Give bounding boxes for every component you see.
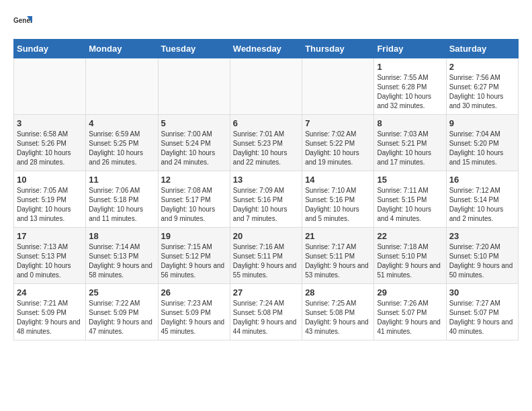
week-row-2: 3Sunrise: 6:58 AM Sunset: 5:26 PM Daylig… [14, 115, 519, 171]
day-number: 29 [377, 287, 443, 298]
day-info: Sunrise: 7:05 AM Sunset: 5:19 PM Dayligh… [17, 186, 83, 224]
day-info: Sunrise: 7:27 AM Sunset: 5:07 PM Dayligh… [449, 299, 515, 336]
calendar-cell: 30Sunrise: 7:27 AM Sunset: 5:07 PM Dayli… [446, 284, 518, 340]
day-number: 5 [161, 118, 227, 128]
day-number: 11 [89, 175, 154, 185]
calendar-table: SundayMondayTuesdayWednesdayThursdayFrid… [13, 39, 519, 340]
weekday-header-sunday: Sunday [14, 40, 86, 58]
calendar-cell: 26Sunrise: 7:23 AM Sunset: 5:09 PM Dayli… [158, 284, 230, 340]
day-number: 30 [449, 287, 515, 298]
day-number: 17 [17, 231, 83, 241]
day-number: 6 [233, 118, 299, 128]
calendar-cell: 10Sunrise: 7:05 AM Sunset: 5:19 PM Dayli… [14, 171, 86, 228]
day-info: Sunrise: 7:20 AM Sunset: 5:10 PM Dayligh… [449, 242, 515, 280]
calendar-cell: 14Sunrise: 7:10 AM Sunset: 5:16 PM Dayli… [302, 171, 374, 228]
day-info: Sunrise: 7:17 AM Sunset: 5:11 PM Dayligh… [305, 242, 371, 280]
day-info: Sunrise: 7:01 AM Sunset: 5:23 PM Dayligh… [233, 130, 299, 167]
day-number: 2 [449, 62, 515, 72]
calendar-cell: 15Sunrise: 7:11 AM Sunset: 5:15 PM Dayli… [374, 171, 446, 228]
day-number: 13 [233, 175, 299, 185]
day-info: Sunrise: 6:58 AM Sunset: 5:26 PM Dayligh… [17, 130, 83, 167]
calendar-cell: 23Sunrise: 7:20 AM Sunset: 5:10 PM Dayli… [446, 228, 518, 284]
calendar-cell: 27Sunrise: 7:24 AM Sunset: 5:08 PM Dayli… [230, 284, 302, 340]
day-info: Sunrise: 7:12 AM Sunset: 5:14 PM Dayligh… [449, 186, 515, 224]
logo: General [13, 13, 35, 32]
day-number: 23 [449, 231, 515, 241]
week-row-3: 10Sunrise: 7:05 AM Sunset: 5:19 PM Dayli… [14, 171, 519, 228]
calendar-cell: 5Sunrise: 7:00 AM Sunset: 5:24 PM Daylig… [158, 115, 230, 171]
day-info: Sunrise: 7:02 AM Sunset: 5:22 PM Dayligh… [305, 130, 371, 167]
day-number: 19 [161, 231, 227, 241]
weekday-header-wednesday: Wednesday [230, 40, 302, 58]
calendar-cell: 2Sunrise: 7:56 AM Sunset: 6:27 PM Daylig… [446, 58, 518, 115]
calendar-cell: 20Sunrise: 7:16 AM Sunset: 5:11 PM Dayli… [230, 228, 302, 284]
day-number: 1 [377, 62, 443, 72]
day-number: 26 [161, 287, 227, 298]
day-info: Sunrise: 7:26 AM Sunset: 5:07 PM Dayligh… [377, 299, 443, 336]
day-number: 14 [305, 175, 371, 185]
day-number: 27 [233, 287, 299, 298]
calendar-cell: 29Sunrise: 7:26 AM Sunset: 5:07 PM Dayli… [374, 284, 446, 340]
calendar-cell: 28Sunrise: 7:25 AM Sunset: 5:08 PM Dayli… [302, 284, 374, 340]
day-info: Sunrise: 7:13 AM Sunset: 5:13 PM Dayligh… [17, 242, 83, 280]
calendar-cell: 9Sunrise: 7:04 AM Sunset: 5:20 PM Daylig… [446, 115, 518, 171]
day-number: 3 [17, 118, 83, 128]
calendar-cell: 16Sunrise: 7:12 AM Sunset: 5:14 PM Dayli… [446, 171, 518, 228]
day-number: 22 [377, 231, 443, 241]
day-info: Sunrise: 7:21 AM Sunset: 5:09 PM Dayligh… [17, 299, 83, 336]
calendar-cell: 8Sunrise: 7:03 AM Sunset: 5:21 PM Daylig… [374, 115, 446, 171]
day-info: Sunrise: 7:00 AM Sunset: 5:24 PM Dayligh… [161, 130, 227, 167]
weekday-header-saturday: Saturday [446, 40, 518, 58]
day-info: Sunrise: 7:06 AM Sunset: 5:18 PM Dayligh… [89, 186, 154, 224]
day-info: Sunrise: 7:11 AM Sunset: 5:15 PM Dayligh… [377, 186, 443, 224]
week-row-4: 17Sunrise: 7:13 AM Sunset: 5:13 PM Dayli… [14, 228, 519, 284]
page-header: General [13, 13, 519, 32]
calendar-cell: 1Sunrise: 7:55 AM Sunset: 6:28 PM Daylig… [374, 58, 446, 115]
calendar-cell: 18Sunrise: 7:14 AM Sunset: 5:13 PM Dayli… [86, 228, 158, 284]
day-number: 20 [233, 231, 299, 241]
day-info: Sunrise: 7:16 AM Sunset: 5:11 PM Dayligh… [233, 242, 299, 280]
calendar-cell [14, 58, 86, 115]
calendar-cell: 25Sunrise: 7:22 AM Sunset: 5:09 PM Dayli… [86, 284, 158, 340]
day-info: Sunrise: 7:14 AM Sunset: 5:13 PM Dayligh… [89, 242, 154, 280]
day-number: 7 [305, 118, 371, 128]
day-info: Sunrise: 7:24 AM Sunset: 5:08 PM Dayligh… [233, 299, 299, 336]
weekday-header-monday: Monday [86, 40, 158, 58]
calendar-cell: 17Sunrise: 7:13 AM Sunset: 5:13 PM Dayli… [14, 228, 86, 284]
day-number: 25 [89, 287, 154, 298]
day-number: 15 [377, 175, 443, 185]
day-info: Sunrise: 7:04 AM Sunset: 5:20 PM Dayligh… [449, 130, 515, 167]
day-info: Sunrise: 7:03 AM Sunset: 5:21 PM Dayligh… [377, 130, 443, 167]
calendar-cell: 19Sunrise: 7:15 AM Sunset: 5:12 PM Dayli… [158, 228, 230, 284]
day-number: 4 [89, 118, 154, 128]
calendar-cell: 4Sunrise: 6:59 AM Sunset: 5:25 PM Daylig… [86, 115, 158, 171]
calendar-cell: 3Sunrise: 6:58 AM Sunset: 5:26 PM Daylig… [14, 115, 86, 171]
day-info: Sunrise: 7:22 AM Sunset: 5:09 PM Dayligh… [89, 299, 154, 336]
day-number: 16 [449, 175, 515, 185]
logo-icon: General [13, 13, 32, 32]
calendar-cell: 13Sunrise: 7:09 AM Sunset: 5:16 PM Dayli… [230, 171, 302, 228]
day-number: 10 [17, 175, 83, 185]
day-number: 21 [305, 231, 371, 241]
calendar-cell: 24Sunrise: 7:21 AM Sunset: 5:09 PM Dayli… [14, 284, 86, 340]
day-info: Sunrise: 7:08 AM Sunset: 5:17 PM Dayligh… [161, 186, 227, 224]
day-number: 12 [161, 175, 227, 185]
calendar-cell [302, 58, 374, 115]
calendar-cell: 22Sunrise: 7:18 AM Sunset: 5:10 PM Dayli… [374, 228, 446, 284]
day-number: 24 [17, 287, 83, 298]
day-number: 18 [89, 231, 154, 241]
calendar-cell: 7Sunrise: 7:02 AM Sunset: 5:22 PM Daylig… [302, 115, 374, 171]
day-info: Sunrise: 7:23 AM Sunset: 5:09 PM Dayligh… [161, 299, 227, 336]
day-info: Sunrise: 7:18 AM Sunset: 5:10 PM Dayligh… [377, 242, 443, 280]
weekday-header-tuesday: Tuesday [158, 40, 230, 58]
week-row-5: 24Sunrise: 7:21 AM Sunset: 5:09 PM Dayli… [14, 284, 519, 340]
calendar-cell [86, 58, 158, 115]
day-number: 9 [449, 118, 515, 128]
day-info: Sunrise: 7:15 AM Sunset: 5:12 PM Dayligh… [161, 242, 227, 280]
weekday-header-row: SundayMondayTuesdayWednesdayThursdayFrid… [14, 40, 519, 58]
calendar-cell: 6Sunrise: 7:01 AM Sunset: 5:23 PM Daylig… [230, 115, 302, 171]
weekday-header-friday: Friday [374, 40, 446, 58]
day-info: Sunrise: 7:10 AM Sunset: 5:16 PM Dayligh… [305, 186, 371, 224]
day-number: 28 [305, 287, 371, 298]
calendar-cell: 11Sunrise: 7:06 AM Sunset: 5:18 PM Dayli… [86, 171, 158, 228]
